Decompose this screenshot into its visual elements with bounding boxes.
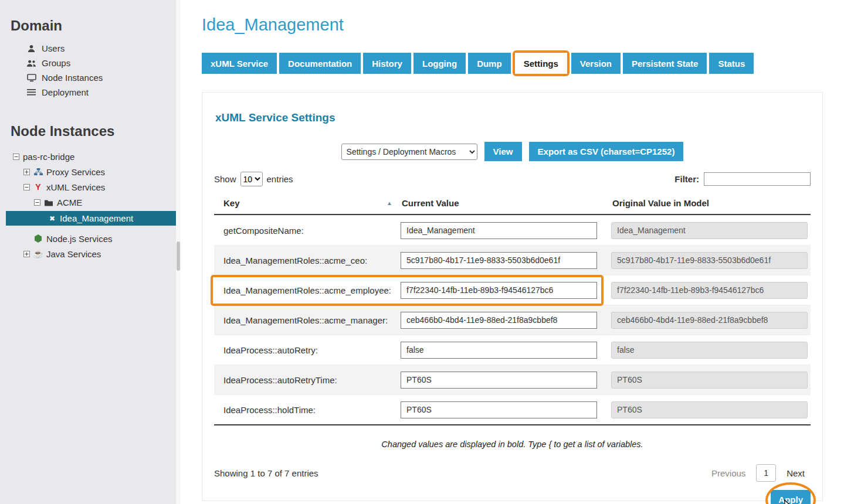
sidebar-scrollbar[interactable] bbox=[176, 0, 181, 504]
x-icon: ✖ bbox=[49, 214, 55, 223]
sidebar-item-label: Node Instances bbox=[42, 73, 103, 83]
view-button[interactable]: View bbox=[484, 142, 522, 161]
original-value: f7f22340-14fb-11eb-89b3-f94546127bc6 bbox=[611, 282, 808, 299]
original-value: 5c917b80-4b17-11e9-8833-5503b6d0e61f bbox=[611, 252, 808, 269]
tab-status[interactable]: Status bbox=[709, 53, 754, 74]
original-value: Idea_Management bbox=[611, 222, 808, 239]
tree-item-java-services[interactable]: ☕ Java Services bbox=[0, 246, 176, 261]
settings-tab-highlight: Settings bbox=[513, 50, 570, 76]
entries-label: entries bbox=[267, 174, 293, 184]
proxy-services-icon bbox=[33, 168, 43, 176]
row-key: IdeaProcess::autoRetryTime: bbox=[214, 375, 401, 385]
table-row: IdeaProcess::autoRetryTime: PT60S bbox=[214, 365, 811, 394]
users-icon bbox=[26, 59, 36, 67]
table-row: Idea_ManagementRoles::acme_manager: ceb4… bbox=[214, 305, 811, 335]
sidebar-item-users[interactable]: Users bbox=[0, 41, 176, 56]
panel-title: xUML Service Settings bbox=[215, 111, 811, 124]
row-key: IdeaProcess::autoRetry: bbox=[214, 345, 401, 355]
show-entries-select[interactable]: 10 bbox=[240, 172, 263, 186]
tree-item-label: Node.js Services bbox=[46, 234, 113, 244]
expand-icon[interactable] bbox=[23, 169, 30, 175]
tab-documentation[interactable]: Documentation bbox=[279, 53, 361, 74]
current-value-input[interactable] bbox=[401, 342, 597, 359]
tab-history[interactable]: History bbox=[363, 53, 411, 74]
xuml-services-icon: Y bbox=[33, 182, 43, 192]
tab-version[interactable]: Version bbox=[571, 53, 621, 74]
tree-item-label: Proxy Services bbox=[46, 167, 105, 177]
table-footer: Showing 1 to 7 of 7 entries Previous 1 N… bbox=[214, 464, 811, 482]
tab-logging[interactable]: Logging bbox=[413, 53, 466, 74]
sidebar-item-node-instances[interactable]: Node Instances bbox=[0, 70, 176, 85]
pagination-next[interactable]: Next bbox=[787, 468, 805, 478]
pagination: Previous 1 Next bbox=[711, 464, 811, 482]
java-icon: ☕ bbox=[33, 249, 43, 258]
column-header-current-value[interactable]: Current Value bbox=[401, 198, 611, 208]
settings-panel: xUML Service Settings Settings / Deploym… bbox=[202, 92, 823, 501]
tab-settings[interactable]: Settings bbox=[515, 53, 567, 74]
table-row: Idea_ManagementRoles::acme_employee: f7f… bbox=[214, 275, 811, 305]
row-key: Idea_ManagementRoles::acme_manager: bbox=[214, 315, 401, 325]
tree-item-label: pas-rc-bridge bbox=[23, 152, 74, 162]
original-value: PT60S bbox=[611, 372, 808, 389]
pagination-page-1[interactable]: 1 bbox=[756, 464, 776, 482]
apply-button[interactable]: Apply bbox=[771, 490, 811, 504]
sort-ascending-icon: ▲ bbox=[387, 200, 392, 206]
macro-controls: Settings / Deployment Macros View Export… bbox=[214, 142, 811, 161]
current-value-input[interactable] bbox=[401, 312, 597, 329]
domain-section-title: Domain bbox=[0, 0, 176, 41]
table-row: IdeaProcess::autoRetry: false bbox=[214, 335, 811, 365]
expand-icon[interactable] bbox=[23, 251, 30, 257]
apply-row: Apply bbox=[214, 490, 811, 504]
current-value-input[interactable] bbox=[401, 282, 597, 299]
tree-item-acme[interactable]: ACME bbox=[0, 195, 176, 210]
sidebar: Domain Users Groups Node Instances Deplo… bbox=[0, 0, 176, 504]
tree-item-idea-management-selected[interactable]: ✖ Idea_Management bbox=[6, 211, 176, 226]
current-value-input[interactable] bbox=[401, 252, 597, 269]
table-row: Idea_ManagementRoles::acme_ceo: 5c917b80… bbox=[214, 245, 811, 275]
original-value: PT60S bbox=[611, 401, 808, 418]
folder-icon bbox=[44, 199, 53, 206]
table-toolbar: Show 10 entries Filter: bbox=[214, 172, 811, 186]
collapse-icon[interactable] bbox=[13, 154, 19, 160]
sidebar-item-label: Deployment bbox=[42, 87, 89, 97]
export-csv-button[interactable]: Export as CSV (charset=CP1252) bbox=[529, 142, 684, 161]
filter-label: Filter: bbox=[674, 174, 699, 184]
sidebar-item-label: Users bbox=[42, 43, 65, 53]
tree-item-label: Idea_Management bbox=[60, 213, 133, 223]
row-key: Idea_ManagementRoles::acme_ceo: bbox=[214, 256, 401, 265]
column-header-key[interactable]: Key ▲ bbox=[214, 198, 401, 208]
collapse-icon[interactable] bbox=[23, 184, 30, 190]
pagination-previous[interactable]: Previous bbox=[711, 468, 745, 478]
table-header: Key ▲ Current Value Original Value in Mo… bbox=[214, 193, 811, 215]
table-note: Changed values are displayed in bold. Ty… bbox=[214, 440, 811, 449]
tab-persistent-state[interactable]: Persistent State bbox=[623, 53, 707, 74]
scrollbar-thumb[interactable] bbox=[177, 241, 180, 271]
table-row: IdeaProcess::holdTime: PT60S bbox=[214, 394, 811, 424]
filter-input[interactable] bbox=[704, 172, 811, 186]
macro-select[interactable]: Settings / Deployment Macros bbox=[341, 144, 477, 160]
tab-dump[interactable]: Dump bbox=[468, 53, 511, 74]
current-value-input[interactable] bbox=[401, 222, 597, 239]
tab-bar: xUML Service Documentation History Loggi… bbox=[202, 50, 823, 77]
tab-xuml-service[interactable]: xUML Service bbox=[202, 53, 277, 74]
tree-item-xuml-services[interactable]: Y xUML Services bbox=[0, 179, 176, 195]
user-icon bbox=[26, 44, 36, 53]
current-value-input[interactable] bbox=[401, 401, 597, 418]
tree-item-proxy-services[interactable]: Proxy Services bbox=[0, 164, 176, 179]
showing-entries-text: Showing 1 to 7 of 7 entries bbox=[214, 468, 318, 478]
tree-item-label: ACME bbox=[57, 197, 82, 207]
original-value: false bbox=[611, 342, 808, 359]
tree-item-nodejs-services[interactable]: Node.js Services bbox=[0, 231, 176, 246]
original-value: ceb466b0-4bd4-11e9-88ed-21f8a9cbbef8 bbox=[611, 312, 808, 329]
node-instances-section-title: Node Instances bbox=[0, 100, 176, 147]
sidebar-item-label: Groups bbox=[42, 58, 70, 68]
row-key: getCompositeName: bbox=[214, 226, 401, 236]
list-icon bbox=[26, 88, 36, 96]
current-value-input[interactable] bbox=[401, 372, 597, 389]
sidebar-item-groups[interactable]: Groups bbox=[0, 56, 176, 70]
sidebar-item-deployment[interactable]: Deployment bbox=[0, 85, 176, 100]
tree-item-pas-rc-bridge[interactable]: pas-rc-bridge bbox=[0, 149, 176, 164]
collapse-icon[interactable] bbox=[34, 199, 40, 206]
page-title: Idea_Management bbox=[202, 15, 823, 35]
column-header-original-value[interactable]: Original Value in Model bbox=[611, 198, 811, 208]
